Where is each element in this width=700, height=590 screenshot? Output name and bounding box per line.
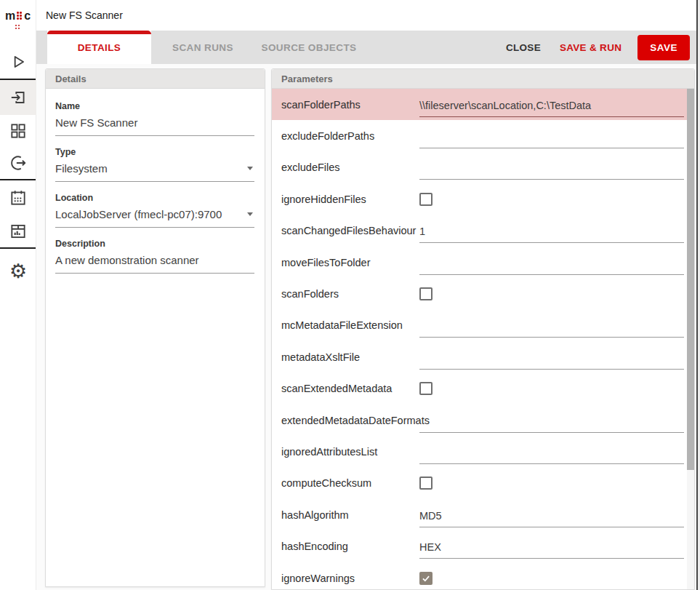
param-row-hashEncoding: hashEncodingHEX: [272, 530, 694, 562]
sidebar-item-reports[interactable]: [0, 215, 36, 247]
param-input[interactable]: MD5: [419, 510, 684, 527]
sidebar-item-schedule[interactable]: [0, 180, 36, 215]
settings-gear-icon: ⚙: [9, 260, 27, 282]
details-field-name: NameNew FS Scanner: [55, 101, 254, 136]
param-input[interactable]: [419, 320, 684, 338]
param-row-excludeFiles: excludeFiles: [272, 152, 694, 183]
param-label: excludeFolderPaths: [281, 130, 419, 142]
param-row-ignoreHiddenFiles: ignoreHiddenFiles: [272, 183, 694, 215]
tab-label: DETAILS: [78, 42, 121, 53]
tab-details[interactable]: DETAILS: [47, 31, 151, 64]
tab-scan-runs[interactable]: SCAN RUNS: [151, 31, 254, 64]
parameters-panel: Parameters scanFolderPaths\\fileserver\s…: [271, 68, 695, 590]
param-label: computeChecksum: [281, 477, 419, 489]
titlebar: New FS Scanner: [36, 0, 700, 31]
param-control: [419, 382, 684, 395]
param-label: scanChangedFilesBehaviour: [281, 225, 419, 236]
param-input[interactable]: [419, 258, 684, 275]
param-value-text: MD5: [419, 510, 442, 522]
tab-source-objects[interactable]: SOURCE OBJECTS: [254, 31, 363, 64]
action-buttons: CLOSE SAVE & RUN SAVE: [499, 31, 700, 64]
scrollbar-thumb[interactable]: [687, 89, 694, 470]
sidebar-item-apps[interactable]: [0, 115, 36, 147]
param-checkbox[interactable]: [419, 193, 433, 206]
sidebar-item-scanners-selected[interactable]: [0, 80, 36, 115]
details-field-location: LocationLocalJobServer (fmecl-pc07):9700: [55, 193, 254, 228]
tab-label: SOURCE OBJECTS: [262, 42, 357, 53]
details-field-description: DescriptionA new demonstration scanner: [55, 239, 254, 274]
param-control: [419, 443, 684, 461]
tab-bar: DETAILS SCAN RUNS SOURCE OBJECTS CLOSE S…: [36, 31, 700, 64]
field-input[interactable]: A new demonstration scanner: [55, 252, 254, 274]
param-label: excludeFiles: [281, 162, 419, 173]
sign-in-icon: [9, 88, 28, 107]
param-value-text: 1: [419, 226, 425, 237]
field-select[interactable]: LocalJobServer (fmecl-pc07):9700: [55, 207, 254, 228]
param-label: extendedMetadataDateFormats: [281, 415, 419, 426]
param-row-computeChecksum: computeChecksum: [272, 468, 694, 499]
param-row-scanChangedFilesBehaviour: scanChangedFilesBehaviour1: [272, 215, 694, 247]
param-checkbox[interactable]: [419, 477, 433, 490]
param-label: moveFilesToFolder: [281, 257, 419, 268]
param-label: ignoreWarnings: [281, 573, 419, 584]
content-area: Details NameNew FS ScannerTypeFilesystem…: [36, 64, 700, 590]
param-label: hashAlgorithm: [281, 509, 419, 521]
save-and-run-button[interactable]: SAVE & RUN: [552, 36, 629, 60]
param-control: [419, 572, 684, 585]
param-label: ignoredAttributesList: [281, 446, 419, 458]
close-button[interactable]: CLOSE: [499, 36, 548, 60]
param-input[interactable]: [419, 352, 684, 370]
param-input[interactable]: 1: [419, 226, 684, 243]
parameters-panel-header: Parameters: [272, 69, 694, 89]
app-logo: m c: [0, 0, 36, 42]
details-body: NameNew FS ScannerTypeFilesystemLocation…: [46, 89, 265, 274]
checkmark-icon: [421, 573, 431, 583]
param-input[interactable]: [419, 415, 684, 433]
sidebar-item-settings[interactable]: ⚙: [0, 252, 36, 290]
sidebar-item-export[interactable]: [0, 147, 36, 179]
param-row-scanExtendedMetadata: scanExtendedMetadata: [272, 373, 694, 404]
param-control: [419, 412, 684, 429]
param-row-extendedMetadataDateFormats: extendedMetadataDateFormats: [272, 404, 694, 436]
field-input[interactable]: New FS Scanner: [55, 115, 254, 136]
param-control: MD5: [419, 506, 684, 524]
param-checkbox[interactable]: [419, 382, 433, 395]
param-control: 1: [419, 222, 684, 239]
param-checkbox[interactable]: [419, 572, 433, 585]
param-row-excludeFolderPaths: excludeFolderPaths: [272, 120, 694, 151]
param-control: [419, 287, 684, 300]
param-row-moveFilesToFolder: moveFilesToFolder: [272, 247, 694, 278]
param-checkbox[interactable]: [419, 287, 433, 300]
sign-out-icon: [9, 154, 28, 172]
field-label: Name: [55, 101, 254, 111]
sidebar-item-run[interactable]: [0, 45, 36, 79]
param-control: [419, 159, 684, 176]
param-row-ignoredAttributesList: ignoredAttributesList: [272, 436, 694, 467]
param-input[interactable]: \\fileserver\scanLocation,C:\TestData: [419, 100, 684, 117]
field-label: Type: [55, 147, 254, 157]
param-label: scanFolderPaths: [281, 99, 419, 111]
scanner-dialog: m c: [0, 0, 700, 590]
save-button[interactable]: SAVE: [637, 35, 690, 60]
param-row-metadataXsltFile: metadataXsltFile: [272, 341, 694, 372]
field-select[interactable]: Filesystem: [55, 161, 254, 182]
details-panel-header: Details: [46, 69, 265, 89]
logo-letter-c: c: [24, 9, 31, 23]
param-control: HEX: [419, 538, 684, 555]
param-input[interactable]: [419, 447, 684, 464]
logo-tail-dots-icon: [15, 25, 21, 30]
param-label: scanExtendedMetadata: [281, 383, 419, 394]
field-label: Description: [55, 239, 254, 249]
param-input[interactable]: [419, 131, 684, 148]
param-input[interactable]: HEX: [419, 541, 684, 559]
param-label: metadataXsltFile: [281, 351, 419, 363]
param-control: [419, 348, 684, 366]
field-value-text: LocalJobServer (fmecl-pc07):9700: [55, 208, 222, 220]
param-label: mcMetadataFileExtension: [281, 319, 419, 331]
details-panel: Details NameNew FS ScannerTypeFilesystem…: [45, 68, 265, 587]
calendar-icon: [9, 188, 28, 207]
param-control: \\fileserver\scanLocation,C:\TestData: [419, 96, 684, 113]
param-control: [419, 254, 684, 271]
param-value-text: \\fileserver\scanLocation,C:\TestData: [419, 100, 591, 111]
param-input[interactable]: [419, 162, 684, 180]
